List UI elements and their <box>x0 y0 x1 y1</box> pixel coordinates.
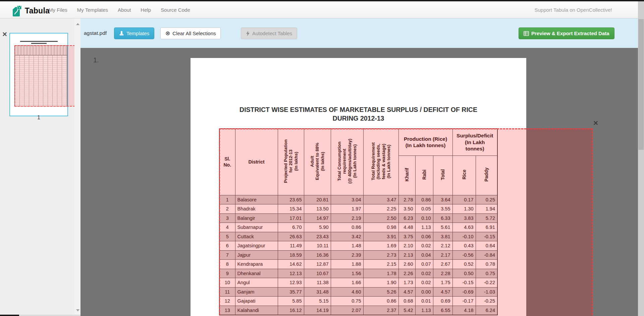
mini-selection-overlay <box>14 45 75 107</box>
export-table-icon <box>524 31 529 36</box>
export-label: Preview & Export Extracted Data <box>531 30 609 36</box>
templates-button[interactable]: Templates <box>114 27 154 39</box>
filename-label: agstat.pdf <box>84 18 107 48</box>
autodetect-tables-button[interactable]: Autodetect Tables <box>241 27 297 39</box>
nav-my-templates[interactable]: My Templates <box>77 7 108 13</box>
document-title-line1: DISTRICT WISE ESTIMATES OF MARKETABLE SU… <box>191 105 526 114</box>
clear-icon: ⊗ <box>165 30 170 36</box>
thumbnail-page-number: 1 <box>9 115 68 121</box>
brand-title: Tabula <box>25 6 50 15</box>
sidebar-horizontal-scrollbar <box>0 315 80 316</box>
mini-title-line <box>20 41 58 42</box>
window-scroll-thumb[interactable] <box>638 19 644 150</box>
thumbnail-close-icon[interactable]: × <box>2 31 7 37</box>
preview-export-button[interactable]: Preview & Export Extracted Data <box>519 27 614 39</box>
sidebar-scrollbar <box>74 18 80 316</box>
document-title: DISTRICT WISE ESTIMATES OF MARKETABLE SU… <box>191 105 526 123</box>
nav-about[interactable]: About <box>118 7 131 13</box>
mini-title-line <box>31 43 47 44</box>
scroll-up-arrow-icon[interactable] <box>76 23 79 25</box>
tabula-app: Tabula My Files My Templates About Help … <box>0 0 644 316</box>
scroll-down-arrow-icon[interactable] <box>76 309 79 311</box>
templates-icon <box>119 31 124 36</box>
lightning-icon <box>246 31 250 36</box>
nav-help[interactable]: Help <box>141 7 151 13</box>
document-title-line2: DURING 2012-13 <box>191 114 526 123</box>
templates-label: Templates <box>126 30 149 36</box>
nav-source-code[interactable]: Source Code <box>161 7 190 13</box>
navbar: Tabula My Files My Templates About Help … <box>0 1 644 18</box>
horizontal-scroll-thumb[interactable] <box>0 315 19 316</box>
autodetect-label: Autodetect Tables <box>252 30 292 36</box>
brand[interactable]: Tabula <box>13 4 50 17</box>
selection-region[interactable] <box>219 128 593 316</box>
selection-close-icon[interactable]: × <box>593 119 598 127</box>
nav-links: My Files My Templates About Help Source … <box>49 1 190 18</box>
page-number-label: 1. <box>93 56 99 64</box>
clear-label: Clear All Selections <box>172 30 216 36</box>
tabula-logo-icon <box>13 5 22 17</box>
support-link[interactable]: Support Tabula on OpenCollective! <box>534 1 612 18</box>
nav-my-files[interactable]: My Files <box>49 7 67 13</box>
sidebar: × 1 <box>0 18 74 316</box>
window-scrollbar <box>638 1 644 316</box>
toolbar: agstat.pdf Templates ⊗ Clear All Selecti… <box>80 18 638 48</box>
clear-all-selections-button[interactable]: ⊗ Clear All Selections <box>160 27 221 39</box>
top-strip <box>0 0 644 1</box>
